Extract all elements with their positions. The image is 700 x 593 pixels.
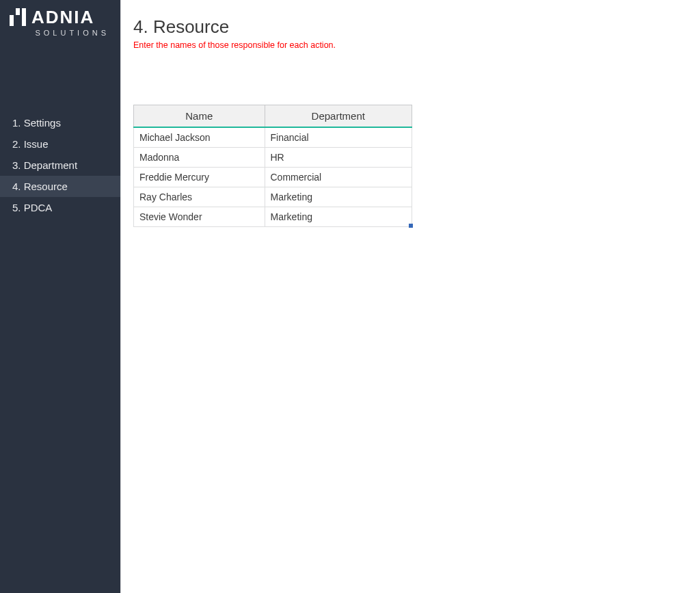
logo-bars-icon [10,8,26,26]
sidebar-item-pdca[interactable]: 5. PDCA [0,197,120,218]
table-header-row: Name Department [134,105,412,128]
col-header-name[interactable]: Name [134,105,265,128]
sidebar-item-settings[interactable]: 1. Settings [0,112,120,133]
table-row: Ray Charles Marketing [134,187,412,207]
resource-table-wrap: Name Department Michael Jackson Financia… [133,105,412,227]
sidebar-item-issue[interactable]: 2. Issue [0,133,120,155]
cell-department[interactable]: Marketing [265,207,412,227]
cell-name[interactable]: Ray Charles [134,187,265,207]
cell-name[interactable]: Stevie Wonder [134,207,265,227]
sidebar-item-department[interactable]: 3. Department [0,155,120,176]
page-title: 4. Resource [133,16,688,38]
table-row: Madonna HR [134,148,412,168]
cell-department[interactable]: Financial [265,127,412,148]
table-row: Michael Jackson Financial [134,127,412,148]
cell-name[interactable]: Michael Jackson [134,127,265,148]
main-content: 4. Resource Enter the names of those res… [120,0,700,593]
sidebar: ADNIA SOLUTIONS 1. Settings 2. Issue 3. … [0,0,120,593]
cell-name[interactable]: Freddie Mercury [134,168,265,187]
brand-subtitle: SOLUTIONS [10,29,111,37]
page-instruction: Enter the names of those responsible for… [133,40,688,50]
selection-handle-icon[interactable] [409,224,413,228]
logo: ADNIA SOLUTIONS [0,0,120,44]
resource-table: Name Department Michael Jackson Financia… [133,105,412,227]
cell-department[interactable]: Commercial [265,168,412,187]
sidebar-item-resource[interactable]: 4. Resource [0,176,120,197]
col-header-department[interactable]: Department [265,105,412,128]
table-row: Freddie Mercury Commercial [134,168,412,187]
cell-department[interactable]: HR [265,148,412,168]
brand-name: ADNIA [31,8,94,26]
cell-name[interactable]: Madonna [134,148,265,168]
nav: 1. Settings 2. Issue 3. Department 4. Re… [0,112,120,218]
table-row: Stevie Wonder Marketing [134,207,412,227]
cell-department[interactable]: Marketing [265,187,412,207]
